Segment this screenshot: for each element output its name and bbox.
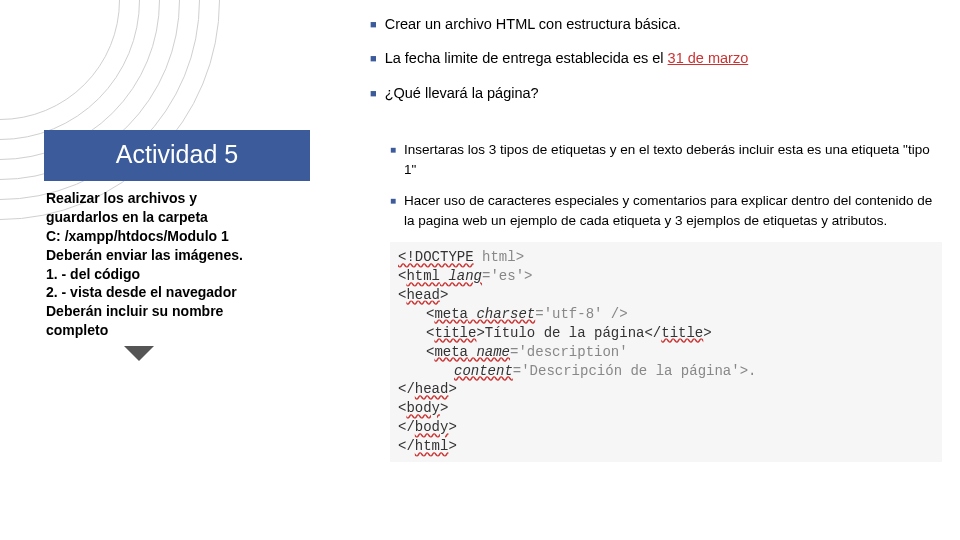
activity-line: Deberán enviar las imágenes. [46, 246, 308, 265]
right-column: ■ Insertaras los 3 tipos de etiquetas y … [390, 140, 942, 462]
top-bullet-3-text: ¿Qué llevará la página? [385, 83, 539, 103]
activity-line: 2. - vista desde el navegador [46, 283, 308, 302]
code-line: </head> [398, 380, 934, 399]
activity-line: Deberán incluir su nombre [46, 302, 308, 321]
top-bullet-3: ■ ¿Qué llevará la página? [370, 83, 940, 103]
deadline-date: 31 de marzo [668, 50, 749, 66]
activity-line: Realizar los archivos y [46, 189, 308, 208]
activity-line: completo [46, 321, 308, 340]
bullet-icon: ■ [370, 51, 377, 68]
code-example: <!DOCTYPE html> <html lang='es'> <head> … [390, 242, 942, 462]
deadline-pre: La fecha limite de entrega establecida e… [385, 50, 668, 66]
code-line: <head> [398, 286, 934, 305]
right-bullet-1-text: Insertaras los 3 tipos de etiquetas y en… [404, 140, 942, 179]
activity-line: 1. - del código [46, 265, 308, 284]
top-bullet-1-text: Crear un archivo HTML con estructura bás… [385, 14, 681, 34]
code-line: content='Descripción de la página'>. [398, 362, 934, 381]
top-bullet-list: ■ Crear un archivo HTML con estructura b… [370, 14, 940, 117]
right-bullet-1: ■ Insertaras los 3 tipos de etiquetas y … [390, 140, 942, 179]
bullet-icon: ■ [370, 17, 377, 34]
code-line: <!DOCTYPE html> [398, 248, 934, 267]
bullet-icon: ■ [390, 143, 396, 179]
code-line: </html> [398, 437, 934, 456]
right-bullet-2: ■ Hacer uso de caracteres especiales y c… [390, 191, 942, 230]
code-line: <html lang='es'> [398, 267, 934, 286]
activity-line: C: /xampp/htdocs/Modulo 1 [46, 227, 308, 246]
top-bullet-1: ■ Crear un archivo HTML con estructura b… [370, 14, 940, 34]
activity-line: guardarlos en la carpeta [46, 208, 308, 227]
code-line: <title>Título de la página</title> [398, 324, 934, 343]
right-bullet-2-text: Hacer uso de caracteres especiales y com… [404, 191, 942, 230]
activity-panel: Actividad 5 Realizar los archivos y guar… [44, 130, 310, 361]
top-bullet-2: ■ La fecha limite de entrega establecida… [370, 48, 940, 68]
code-line: </body> [398, 418, 934, 437]
code-line: <meta charset='utf-8' /> [398, 305, 934, 324]
activity-body: Realizar los archivos y guardarlos en la… [44, 181, 310, 340]
code-line: <meta name='description' [398, 343, 934, 362]
bullet-icon: ■ [390, 194, 396, 230]
activity-title: Actividad 5 [44, 130, 310, 181]
pointer-icon [124, 346, 154, 361]
code-line: <body> [398, 399, 934, 418]
top-bullet-2-text: La fecha limite de entrega establecida e… [385, 48, 749, 68]
bullet-icon: ■ [370, 86, 377, 103]
